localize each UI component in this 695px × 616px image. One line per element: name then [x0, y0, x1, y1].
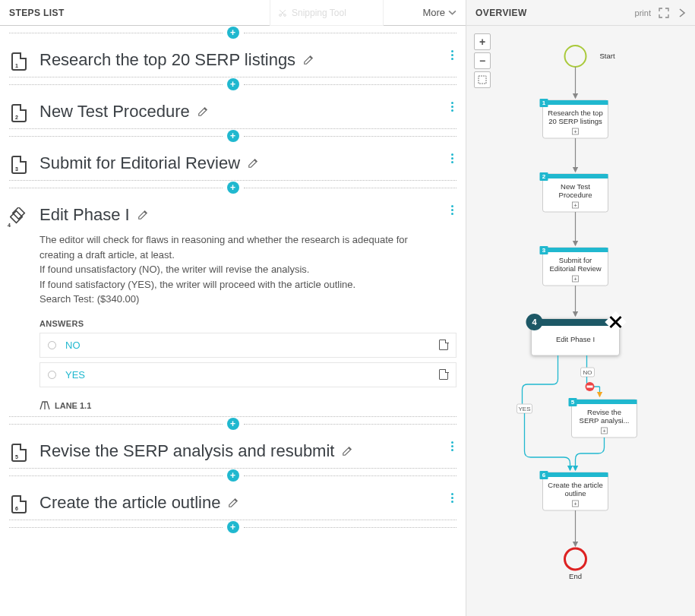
- answer-option[interactable]: YES: [39, 362, 456, 387]
- svg-text:+: +: [573, 276, 577, 283]
- steps-list-header: STEPS LIST More: [0, 0, 466, 26]
- edit-icon[interactable]: [197, 106, 208, 117]
- overview-panel: OVERVIEW print + − Start 1: [466, 0, 695, 616]
- answer-option[interactable]: NO: [39, 333, 456, 358]
- overview-title: OVERVIEW: [475, 8, 527, 18]
- doc-icon: [439, 340, 448, 350]
- add-step-row: +: [9, 77, 456, 91]
- svg-point-1: [284, 14, 286, 16]
- svg-rect-18: [543, 174, 608, 178]
- step-title: Revise the SERP analysis and resubmit: [39, 441, 334, 461]
- step-item: 6 Create the article outline: [9, 482, 456, 520]
- svg-text:+: +: [573, 128, 577, 135]
- step-item: 3 Submit for Editorial Review: [9, 143, 456, 180]
- step-description: The editor will check for flaws in reaso…: [39, 232, 456, 307]
- flow-node[interactable]: 2 New Test Procedure +: [540, 172, 608, 212]
- lane-icon: [39, 401, 50, 410]
- add-step-row: +: [9, 417, 456, 431]
- add-step-button[interactable]: +: [227, 130, 239, 142]
- step-title: Edit Phase I: [39, 205, 130, 225]
- step-menu-button[interactable]: [451, 102, 453, 112]
- flow-node-selected[interactable]: 4 Edit Phase I: [526, 311, 627, 355]
- doc-icon: 2: [9, 102, 29, 122]
- flow-node[interactable]: 1 Research the top 20 SERP listings +: [540, 99, 608, 138]
- overview-header: OVERVIEW print: [466, 0, 695, 26]
- steps-list-title: STEPS LIST: [9, 8, 65, 18]
- doc-icon: 6: [9, 493, 29, 513]
- step-item-decision: 4 Edit Phase I The editor will check for…: [9, 194, 456, 416]
- svg-text:New Test: New Test: [561, 182, 590, 191]
- svg-rect-27: [543, 248, 608, 252]
- svg-text:Editorial Review: Editorial Review: [549, 264, 601, 273]
- svg-text:End: End: [569, 572, 582, 580]
- answer-label: YES: [65, 369, 85, 381]
- svg-rect-46: [572, 400, 637, 404]
- svg-text:Revise the: Revise the: [587, 408, 621, 416]
- svg-text:4: 4: [532, 317, 537, 327]
- radio-icon: [48, 341, 56, 349]
- add-step-button[interactable]: +: [227, 78, 239, 90]
- flow-node[interactable]: 5 Revise the SERP analysi... +: [569, 398, 637, 438]
- step-menu-button[interactable]: [451, 153, 453, 163]
- flow-node[interactable]: 3 Submit for Editorial Review +: [540, 246, 608, 286]
- step-title: Submit for Editorial Review: [39, 153, 240, 173]
- step-item: 1 Research the top 20 SERP listings: [9, 39, 456, 77]
- step-menu-button[interactable]: [451, 50, 453, 60]
- add-step-button[interactable]: +: [227, 182, 239, 194]
- svg-text:Submit for: Submit for: [559, 256, 592, 264]
- flow-node[interactable]: 6 Create the article outline +: [540, 471, 608, 510]
- chevron-down-icon: [448, 8, 456, 17]
- scissors-icon: [278, 8, 287, 17]
- edit-icon[interactable]: [303, 55, 314, 65]
- svg-text:Research the top: Research the top: [548, 109, 602, 117]
- add-step-row: +: [9, 520, 456, 534]
- svg-text:5: 5: [571, 399, 575, 406]
- svg-text:Procedure: Procedure: [559, 191, 592, 199]
- svg-text:Edit Phase I: Edit Phase I: [556, 335, 595, 343]
- add-step-button[interactable]: +: [227, 469, 239, 482]
- svg-point-64: [565, 548, 586, 570]
- doc-icon: 3: [9, 153, 29, 174]
- step-menu-button[interactable]: [451, 493, 453, 503]
- doc-icon: 1: [9, 50, 29, 71]
- edit-icon[interactable]: [248, 158, 258, 169]
- more-dropdown[interactable]: More: [422, 7, 456, 18]
- edit-icon[interactable]: [137, 210, 148, 220]
- svg-rect-44: [587, 386, 593, 388]
- svg-text:20 SERP listings: 20 SERP listings: [548, 117, 602, 125]
- svg-text:3: 3: [542, 247, 546, 254]
- answers-heading: ANSWERS: [39, 319, 456, 328]
- step-menu-button[interactable]: [451, 441, 453, 451]
- expand-icon[interactable]: [659, 8, 669, 18]
- step-item: 2 New Test Procedure: [9, 91, 456, 128]
- svg-text:2: 2: [542, 173, 546, 180]
- svg-text:Create the article: Create the article: [548, 481, 602, 489]
- step-title: New Test Procedure: [39, 102, 190, 122]
- edit-icon[interactable]: [228, 498, 239, 508]
- add-step-button[interactable]: +: [227, 27, 239, 39]
- doc-icon: 5: [9, 441, 29, 462]
- add-step-row: +: [9, 26, 456, 39]
- svg-rect-56: [543, 472, 608, 477]
- more-label: More: [422, 7, 445, 18]
- svg-text:6: 6: [542, 472, 546, 479]
- print-button[interactable]: print: [635, 8, 651, 17]
- steps-list-panel: STEPS LIST More Snipping Tool + 1 Resear…: [0, 0, 466, 616]
- decision-icon: 4: [9, 205, 29, 226]
- steps-body: + 1 Research the top 20 SERP listings + …: [0, 26, 466, 537]
- edit-icon[interactable]: [342, 446, 352, 456]
- flow-diagram[interactable]: Start 1 Research the top 20 SERP listing…: [466, 26, 695, 616]
- add-step-row: +: [9, 181, 456, 194]
- lane-indicator: LANE 1.1: [39, 401, 456, 410]
- step-menu-button[interactable]: [451, 205, 453, 215]
- svg-text:+: +: [602, 428, 606, 434]
- svg-point-0: [280, 14, 282, 16]
- svg-text:SERP analysi...: SERP analysi...: [580, 416, 630, 425]
- add-step-row: +: [9, 469, 456, 482]
- add-step-button[interactable]: +: [227, 521, 239, 533]
- add-step-button[interactable]: +: [227, 418, 239, 430]
- doc-icon: [439, 369, 448, 380]
- add-step-row: +: [9, 129, 456, 143]
- svg-text:Start: Start: [600, 52, 615, 60]
- chevron-right-icon[interactable]: [677, 8, 687, 18]
